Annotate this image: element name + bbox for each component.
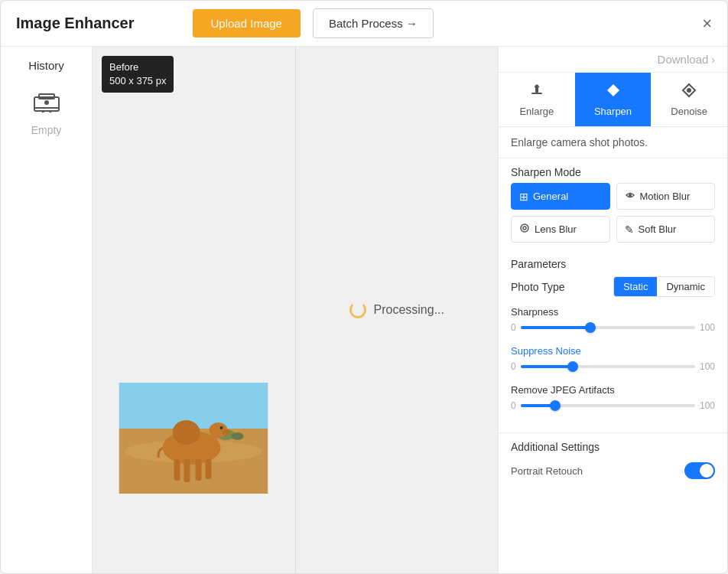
enlarge-icon: [528, 82, 545, 103]
empty-label: Empty: [31, 124, 62, 136]
processing-container: Processing...: [349, 302, 444, 318]
photo-type-toggle: Static Dynamic: [613, 276, 715, 297]
suppress-noise-slider[interactable]: [521, 360, 695, 373]
mode-lens-blur[interactable]: Lens Blur: [511, 216, 610, 243]
svg-rect-17: [206, 459, 212, 479]
svg-point-21: [629, 194, 632, 197]
svg-point-22: [521, 224, 528, 232]
sharpen-modes: ⊞ General Motion Blur Lens Blur ✎: [499, 183, 727, 252]
photo-type-static[interactable]: Static: [614, 277, 658, 296]
sidebar: History Empty: [1, 47, 93, 573]
suppress-noise-min: 0: [511, 361, 516, 372]
suppress-noise-slider-row: Suppress Noise 0 100: [511, 345, 715, 373]
app-title: Image Enhancer: [16, 15, 135, 32]
download-arrow-icon: ›: [711, 54, 715, 66]
tab-sharpen[interactable]: Sharpen: [575, 73, 652, 126]
sharpness-max: 100: [700, 322, 715, 333]
sharpen-mode-label: Sharpen Mode: [499, 158, 727, 183]
jpeg-artifacts-slider-row: Remove JPEG Artifacts 0 100: [511, 384, 715, 413]
close-button[interactable]: ×: [702, 15, 712, 32]
header: Image Enhancer Upload Image Batch Proces…: [1, 1, 727, 47]
soft-blur-icon: ✎: [625, 223, 634, 236]
history-icon: [27, 90, 67, 118]
photo-type-label: Photo Type: [511, 281, 565, 293]
upload-button[interactable]: Upload Image: [193, 9, 301, 38]
toggle-knob: [700, 464, 713, 478]
svg-point-10: [173, 420, 200, 445]
tab-enlarge[interactable]: Enlarge: [499, 73, 575, 126]
suppress-noise-label: Suppress Noise: [511, 345, 715, 357]
photo-type-dynamic[interactable]: Dynamic: [657, 277, 714, 296]
body: History Empty Before 500 x 375 px: [1, 47, 727, 573]
right-panel: Download › Enlarge Sharpen: [498, 47, 727, 573]
svg-rect-15: [184, 459, 190, 482]
tab-denoise[interactable]: Denoise: [651, 73, 727, 126]
additional-settings-title: Additional Settings: [511, 441, 715, 453]
sharpness-label: Sharpness: [511, 306, 715, 318]
portrait-retouch-row: Portrait Retouch: [511, 462, 715, 479]
history-label: History: [28, 59, 64, 72]
svg-point-12: [223, 429, 230, 435]
mode-soft-blur[interactable]: ✎ Soft Blur: [616, 216, 716, 243]
after-panel: Processing...: [296, 47, 499, 573]
photo-type-row: Photo Type Static Dynamic: [511, 276, 715, 297]
parameters-section: Parameters Photo Type Static Dynamic Sha…: [499, 252, 727, 432]
download-bar: Download ›: [499, 47, 727, 73]
parameters-title: Parameters: [511, 252, 715, 276]
before-label: Before 500 x 375 px: [102, 56, 174, 93]
jpeg-artifacts-max: 100: [700, 400, 715, 411]
sharpness-slider[interactable]: [521, 321, 695, 334]
portrait-retouch-toggle[interactable]: [684, 462, 715, 479]
description: Enlarge camera shot photos.: [499, 127, 727, 158]
general-icon: ⊞: [519, 191, 528, 203]
svg-rect-18: [531, 93, 542, 94]
sharpen-icon: [605, 82, 622, 103]
jpeg-artifacts-min: 0: [511, 400, 516, 411]
svg-rect-14: [174, 459, 180, 481]
sharpness-min: 0: [511, 322, 516, 333]
svg-point-23: [523, 227, 526, 230]
processing-text: Processing...: [374, 303, 444, 317]
svg-rect-4: [119, 383, 268, 429]
camel-image: [119, 383, 268, 494]
svg-point-3: [44, 100, 49, 105]
before-panel: Before 500 x 375 px: [93, 47, 296, 573]
lens-blur-icon: [519, 223, 530, 236]
download-button[interactable]: Download ›: [658, 53, 715, 66]
batch-process-button[interactable]: Batch Process →: [313, 8, 434, 38]
jpeg-artifacts-label: Remove JPEG Artifacts: [511, 384, 715, 396]
denoise-icon: [681, 82, 697, 103]
jpeg-artifacts-slider[interactable]: [521, 399, 695, 413]
spinner: [349, 302, 366, 318]
main-area: Before 500 x 375 px: [93, 47, 498, 573]
mode-general[interactable]: ⊞ General: [511, 183, 610, 210]
suppress-noise-max: 100: [700, 361, 715, 372]
app-container: Image Enhancer Upload Image Batch Proces…: [0, 0, 728, 574]
svg-rect-16: [196, 459, 202, 481]
svg-point-13: [220, 426, 223, 429]
additional-settings: Additional Settings Portrait Retouch: [499, 432, 727, 487]
portrait-retouch-label: Portrait Retouch: [511, 465, 583, 477]
mode-tabs: Enlarge Sharpen Denoise: [499, 73, 727, 127]
svg-point-20: [687, 88, 691, 93]
motion-blur-icon: [625, 190, 635, 203]
mode-motion-blur[interactable]: Motion Blur: [616, 183, 716, 210]
svg-point-8: [232, 432, 244, 440]
sharpness-slider-row: Sharpness 0 100: [511, 306, 715, 334]
